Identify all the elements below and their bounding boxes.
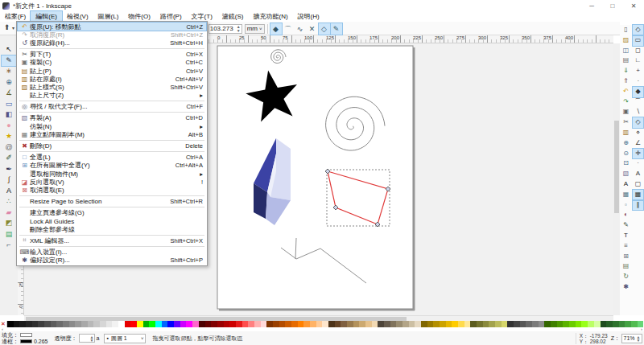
open-document-icon[interactable]: ▨ bbox=[621, 35, 631, 46]
connector-tool[interactable]: ⌐ bbox=[2, 240, 16, 251]
layer-select[interactable]: ▪ 圖層 1 ˅ bbox=[104, 334, 146, 343]
palette-swatch[interactable] bbox=[402, 321, 409, 327]
text-dialog-icon[interactable]: A bbox=[621, 179, 631, 190]
palette-swatch[interactable] bbox=[514, 321, 520, 327]
palette-swatch[interactable] bbox=[63, 321, 69, 327]
rectangle-tool[interactable]: ▭ bbox=[2, 99, 16, 110]
palette-swatch[interactable] bbox=[483, 321, 489, 327]
horizontal-scrollbar[interactable] bbox=[24, 315, 613, 321]
close-button[interactable]: ✕ bbox=[623, 1, 644, 11]
palette-swatch[interactable] bbox=[248, 321, 254, 327]
edit-menu-item-26[interactable]: Resize Page to SelectionShift+Ctrl+R bbox=[18, 198, 206, 206]
palette-swatch[interactable] bbox=[310, 321, 316, 327]
palette-swatch[interactable] bbox=[440, 321, 446, 327]
edit-menu-item-6[interactable]: ▣複製(C)Ctrl+C bbox=[18, 59, 206, 67]
palette-swatch[interactable] bbox=[464, 321, 471, 327]
palette-swatch[interactable] bbox=[526, 321, 532, 327]
palette-swatch[interactable] bbox=[619, 321, 625, 327]
palette-swatch[interactable] bbox=[285, 321, 291, 327]
menubar-item-8[interactable]: 濾鏡(S) bbox=[217, 11, 249, 22]
palette-swatch[interactable] bbox=[489, 321, 495, 327]
palette-swatch[interactable] bbox=[532, 321, 539, 327]
palette-swatch[interactable] bbox=[452, 321, 458, 327]
edit-menu-item-28[interactable]: 建立頁邊參考線(G) bbox=[18, 209, 206, 217]
insert-node-button[interactable]: ⬆ ▾ bbox=[2, 23, 14, 33]
edit-menu-item-1[interactable]: ↶復原(U): 移動節點Ctrl+Z bbox=[18, 23, 206, 31]
stroke-swatch[interactable] bbox=[20, 339, 32, 343]
snap-cusp-node-toggle[interactable]: ◇ bbox=[633, 117, 643, 128]
edit-menu-item-9[interactable]: ▨貼上樣式(S)Shift+Ctrl+V bbox=[18, 83, 206, 91]
palette-swatch[interactable] bbox=[32, 321, 39, 327]
vertical-scrollbar[interactable] bbox=[613, 43, 620, 315]
palette-swatch[interactable] bbox=[477, 321, 483, 327]
palette-swatch[interactable] bbox=[137, 321, 143, 327]
export-icon[interactable]: ⇑ bbox=[621, 76, 631, 87]
palette-swatch[interactable] bbox=[162, 321, 168, 327]
edit-menu-item-16[interactable]: ▦建立點陣圖副本(M)Alt+B bbox=[18, 130, 206, 138]
palette-swatch[interactable] bbox=[125, 321, 131, 327]
palette-swatch[interactable] bbox=[211, 321, 217, 327]
edit-menu-item-3[interactable]: ↺復原紀錄(H)...Shift+Ctrl+H bbox=[18, 39, 206, 47]
edit-menu-item-18[interactable]: ✖刪除(D)Delete bbox=[18, 142, 206, 150]
cut-icon[interactable]: ✂ bbox=[621, 117, 631, 128]
import-icon[interactable]: ⇓ bbox=[621, 66, 631, 76]
palette-swatch[interactable] bbox=[378, 321, 384, 327]
palette-swatch[interactable] bbox=[236, 321, 242, 327]
palette-swatch[interactable] bbox=[130, 321, 137, 327]
box3d-tool[interactable]: ◧ bbox=[2, 109, 16, 121]
zoom-selection-icon[interactable]: ⊕ bbox=[621, 138, 631, 149]
palette-swatch[interactable] bbox=[38, 321, 44, 327]
edit-menu-item-21[interactable]: ⊞在所有圖層中全選(Y)Ctrl+Alt+A bbox=[18, 162, 206, 170]
palette-swatch[interactable] bbox=[601, 321, 607, 327]
palette-swatch[interactable] bbox=[421, 321, 427, 327]
palette-swatch[interactable] bbox=[229, 321, 236, 327]
gradient-tool[interactable]: ▤ bbox=[2, 229, 16, 240]
palette-swatch[interactable] bbox=[569, 321, 576, 327]
palette-swatch[interactable] bbox=[149, 321, 155, 327]
palette-swatch[interactable] bbox=[51, 321, 57, 327]
edit-menu-item-20[interactable]: □全選(L)Ctrl+A bbox=[18, 154, 206, 162]
spinner-arrows-icon[interactable]: ▲▼ bbox=[237, 25, 241, 33]
snap-bbox-edge-toggle[interactable]: ◻ bbox=[633, 46, 643, 56]
edit-menu-item-5[interactable]: ✂剪下(T)Ctrl+X bbox=[18, 51, 206, 59]
edit-menu-item-7[interactable]: ▤貼上(P)Ctrl+V bbox=[18, 67, 206, 75]
text-tool-dialog-icon[interactable]: T bbox=[621, 231, 631, 241]
snap-nodes-toggle[interactable]: ◆ bbox=[633, 87, 643, 97]
palette-swatch[interactable] bbox=[507, 321, 514, 327]
snap-grid-toggle[interactable]: ▦ bbox=[633, 190, 643, 200]
palette-swatch[interactable] bbox=[273, 321, 279, 327]
palette-swatch[interactable] bbox=[217, 321, 224, 327]
palette-swatch[interactable] bbox=[180, 321, 187, 327]
palette-swatch[interactable] bbox=[69, 321, 76, 327]
palette-swatch[interactable] bbox=[14, 321, 20, 327]
edit-menu-item-32[interactable]: ⌗XML 編輯器...Shift+Ctrl+X bbox=[18, 236, 206, 244]
palette-swatch[interactable] bbox=[167, 321, 174, 327]
edit-menu-item-12[interactable]: ◎尋找 / 取代文字(F)...Ctrl+F bbox=[18, 103, 206, 111]
edit-menu-item-2[interactable]: ↷取消復原(R)Shift+Ctrl+Z bbox=[18, 31, 206, 39]
palette-swatch[interactable] bbox=[551, 321, 557, 327]
palette-swatch[interactable] bbox=[303, 321, 310, 327]
palette-swatch[interactable] bbox=[242, 321, 249, 327]
palette-swatch[interactable] bbox=[470, 321, 477, 327]
palette-swatch[interactable] bbox=[390, 321, 397, 327]
palette-swatch[interactable] bbox=[625, 321, 631, 327]
copy-icon[interactable]: ▣ bbox=[621, 107, 631, 117]
palette-swatch[interactable] bbox=[224, 321, 230, 327]
palette-swatch[interactable] bbox=[576, 321, 582, 327]
palette-swatch[interactable] bbox=[298, 321, 304, 327]
object-rotate-icon-toggle[interactable]: ✕ bbox=[307, 23, 318, 35]
bucket-tool[interactable]: ◩ bbox=[2, 218, 16, 229]
fill-swatch[interactable] bbox=[20, 333, 32, 337]
palette-swatch[interactable] bbox=[446, 321, 452, 327]
maximize-button[interactable]: □ bbox=[602, 1, 623, 11]
align-icon[interactable]: ≡ bbox=[621, 241, 631, 252]
snap-page-border-toggle[interactable]: ▢ bbox=[633, 179, 643, 190]
text-tool[interactable]: A bbox=[2, 186, 16, 197]
palette-swatch[interactable] bbox=[291, 321, 298, 327]
palette-swatch[interactable] bbox=[359, 321, 365, 327]
palette-swatch[interactable] bbox=[433, 321, 440, 327]
node-tool[interactable]: ✎ bbox=[2, 55, 16, 67]
paste-icon[interactable]: ▥ bbox=[621, 128, 631, 138]
palette-swatch[interactable] bbox=[613, 321, 619, 327]
vertical-scrollbar-thumb[interactable] bbox=[614, 121, 619, 213]
